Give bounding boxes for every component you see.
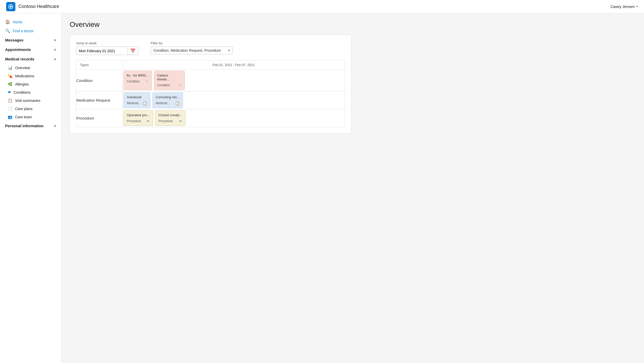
record-type-0-0: Condition [127, 80, 140, 83]
sidebar-section-medical-records[interactable]: Medical records ∧ [0, 54, 61, 64]
overview-label: Overview [15, 66, 30, 70]
col-dates-header: Feb 01, 2021 - Feb 07, 2021 [122, 60, 345, 70]
messages-label: Messages [5, 38, 24, 42]
personal-information-label: Personal information [5, 124, 44, 128]
filter-chevron: ▾ [228, 49, 230, 52]
care-plans-label: Care plans [15, 107, 33, 111]
visit-summaries-icon: 📋 [8, 98, 13, 103]
sidebar-item-overview[interactable]: 📊 Overview [0, 64, 61, 72]
app-title: Contoso Healthcare [18, 4, 59, 9]
header-left: Contoso Healthcare [6, 2, 59, 11]
controls-row: Jump to week 📅 Filter by Condition, Medi… [76, 41, 345, 55]
record-icon-1-1: 📋 [175, 101, 180, 105]
visit-summaries-label: Visit summaries [15, 99, 40, 103]
sidebar-item-conditions[interactable]: ❤ Conditions [0, 88, 61, 97]
app-layout: 🏠 Home 🔍 Find a doctor Messages ∨ Appoin… [0, 13, 644, 363]
overview-icon: 📊 [8, 66, 13, 70]
conditions-icon: ❤ [8, 90, 11, 95]
record-title-0-0: flu - for MRN... [127, 73, 149, 77]
find-doctor-icon: 🔍 [5, 28, 10, 33]
record-icon-2-0: ✏ [147, 119, 150, 123]
sidebar-section-personal-information[interactable]: Personal information ∨ [0, 121, 61, 131]
record-card-1-1[interactable]: Correcting Vei...Medicati...📋 [152, 92, 183, 108]
medical-records-chevron: ∧ [54, 57, 56, 61]
sidebar: 🏠 Home 🔍 Find a doctor Messages ∨ Appoin… [0, 13, 61, 363]
page-title: Overview [70, 20, 636, 29]
medications-icon: 💊 [8, 74, 13, 78]
record-type-0-1: Condition [157, 83, 170, 87]
home-icon: 🏠 [5, 19, 10, 24]
record-card-0-0[interactable]: flu - for MRN...Condition♡ [123, 71, 152, 90]
row-type-1: Medication Request [76, 91, 122, 109]
personal-information-chevron: ∨ [54, 124, 56, 128]
sidebar-find-doctor-label: Find a doctor [13, 29, 34, 33]
filter-by-label: Filter by [151, 41, 233, 45]
record-card-0-1[interactable]: Celiacs diseas...Condition♡ [154, 71, 185, 90]
user-menu[interactable]: Casey Jensen ▾ [610, 4, 638, 9]
sidebar-item-find-doctor[interactable]: 🔍 Find a doctor [0, 26, 61, 35]
app-header: Contoso Healthcare Casey Jensen ▾ [0, 0, 644, 13]
sidebar-item-care-team[interactable]: 👥 Care team [0, 113, 61, 121]
filter-value: Condition, Medication Request, Procedure [153, 48, 226, 52]
sidebar-home-label: Home [13, 20, 22, 24]
sidebar-item-medications[interactable]: 💊 Medications [0, 72, 61, 80]
sidebar-item-home[interactable]: 🏠 Home [0, 17, 61, 26]
row-type-2: Procedure [76, 109, 122, 127]
record-title-1-0: Anksterail [127, 95, 147, 99]
allergies-icon: 🌿 [8, 82, 13, 87]
col-types-header: Types [76, 60, 122, 70]
row-type-0: Condition [76, 70, 122, 91]
app-logo [6, 2, 15, 11]
date-input[interactable] [76, 47, 128, 55]
jump-to-week-group: Jump to week 📅 [76, 41, 138, 55]
record-type-1-0: Medicati... [127, 101, 141, 105]
sidebar-item-allergies[interactable]: 🌿 Allergies [0, 80, 61, 88]
record-icon-2-1: ✏ [179, 119, 182, 123]
care-team-label: Care team [15, 115, 32, 119]
row-records-1: AnksterailMedicati...📋Correcting Vei...M… [122, 91, 345, 109]
record-card-2-0[interactable]: Operative pro...Procedure✏ [123, 110, 153, 126]
messages-chevron: ∨ [54, 38, 56, 42]
medications-label: Medications [15, 74, 34, 78]
record-title-2-1: Closed condyl... [159, 113, 182, 117]
filter-by-group: Filter by Condition, Medication Request,… [151, 41, 233, 54]
svg-point-1 [10, 6, 12, 7]
record-icon-0-1: ♡ [178, 83, 181, 87]
appointments-label: Appointments [5, 47, 31, 52]
record-type-2-0: Procedure [127, 119, 141, 123]
conditions-label: Conditions [14, 90, 30, 94]
record-card-2-1[interactable]: Closed condyl...Procedure✏ [155, 110, 186, 126]
row-records-0: flu - for MRN...Condition♡Celiacs diseas… [122, 70, 345, 91]
filter-select[interactable]: Condition, Medication Request, Procedure… [151, 47, 233, 54]
calendar-button[interactable]: 📅 [128, 47, 138, 55]
record-title-0-1: Celiacs diseas... [157, 73, 181, 81]
sidebar-section-messages[interactable]: Messages ∨ [0, 35, 61, 45]
user-menu-chevron: ▾ [636, 5, 638, 8]
medical-records-label: Medical records [5, 57, 34, 61]
record-icon-1-0: 📋 [143, 101, 147, 105]
record-icon-0-0: ♡ [145, 79, 149, 83]
record-type-2-1: Procedure [159, 119, 173, 123]
appointments-chevron: ∨ [54, 48, 56, 51]
overview-card: Jump to week 📅 Filter by Condition, Medi… [70, 35, 351, 134]
care-team-icon: 👥 [8, 115, 13, 119]
overview-table: Types Feb 01, 2021 - Feb 07, 2021 Condit… [76, 60, 345, 127]
user-name: Casey Jensen [610, 4, 635, 9]
record-type-1-1: Medicati... [156, 101, 170, 105]
care-plans-icon: 📄 [8, 106, 13, 111]
record-title-1-1: Correcting Vei... [156, 95, 180, 99]
record-title-2-0: Operative pro... [127, 113, 150, 117]
row-records-2: Operative pro...Procedure✏Closed condyl.… [122, 109, 345, 127]
record-card-1-0[interactable]: AnksterailMedicati...📋 [123, 92, 150, 108]
sidebar-item-visit-summaries[interactable]: 📋 Visit summaries [0, 97, 61, 105]
allergies-label: Allergies [15, 82, 29, 86]
sidebar-section-appointments[interactable]: Appointments ∨ [0, 45, 61, 54]
main-content: Overview Jump to week 📅 Filter by Condit… [61, 13, 644, 363]
jump-to-week-label: Jump to week [76, 41, 138, 45]
date-input-wrapper: 📅 [76, 47, 138, 55]
sidebar-item-care-plans[interactable]: 📄 Care plans [0, 105, 61, 113]
